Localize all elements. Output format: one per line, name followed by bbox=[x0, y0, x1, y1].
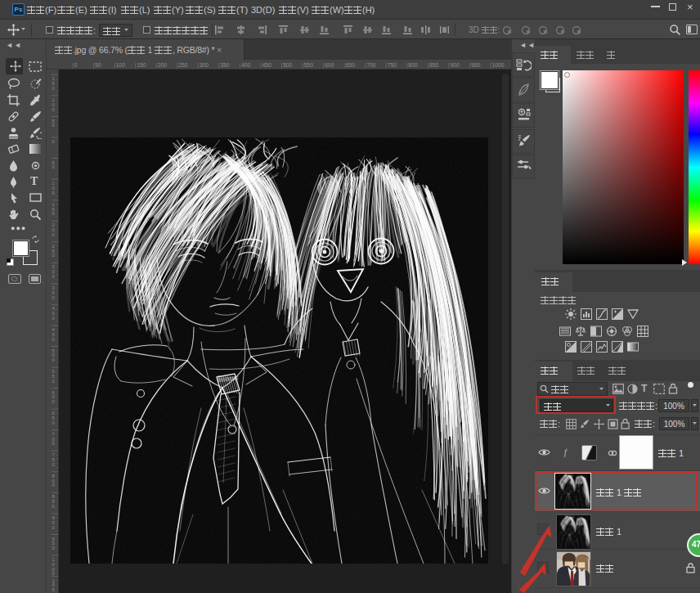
svg-text:700: 700 bbox=[366, 62, 376, 68]
svg-text:0: 0 bbox=[52, 504, 55, 509]
svg-text:0: 0 bbox=[52, 420, 55, 425]
svg-text:0: 0 bbox=[74, 62, 78, 68]
svg-text:850: 850 bbox=[429, 62, 439, 68]
svg-text:0: 0 bbox=[52, 86, 55, 91]
svg-text:0: 0 bbox=[52, 483, 55, 487]
svg-text:0: 0 bbox=[52, 253, 55, 258]
svg-text:0: 0 bbox=[52, 211, 55, 216]
svg-text:0: 0 bbox=[52, 462, 55, 467]
svg-text:0: 0 bbox=[52, 337, 55, 342]
svg-text:1000: 1000 bbox=[492, 62, 505, 68]
svg-text:750: 750 bbox=[388, 62, 397, 68]
svg-text:950: 950 bbox=[471, 62, 481, 68]
svg-text:250: 250 bbox=[178, 62, 188, 68]
svg-text:0: 0 bbox=[52, 191, 55, 195]
svg-text:150: 150 bbox=[137, 62, 146, 68]
svg-text:0: 0 bbox=[52, 274, 55, 279]
svg-text:0: 0 bbox=[52, 571, 55, 576]
svg-text:0: 0 bbox=[52, 546, 55, 550]
svg-text:800: 800 bbox=[408, 62, 418, 68]
svg-text:200: 200 bbox=[158, 62, 168, 68]
svg-text:100: 100 bbox=[116, 62, 126, 68]
svg-text:450: 450 bbox=[262, 62, 272, 68]
svg-text:300: 300 bbox=[200, 62, 209, 68]
svg-text:900: 900 bbox=[450, 62, 460, 68]
svg-text:500: 500 bbox=[283, 62, 293, 68]
svg-text:0: 0 bbox=[52, 399, 55, 404]
svg-text:550: 550 bbox=[304, 62, 314, 68]
svg-text:0: 0 bbox=[52, 525, 55, 530]
svg-text:0: 0 bbox=[52, 164, 55, 169]
svg-text:0: 0 bbox=[52, 123, 55, 128]
svg-text:0: 0 bbox=[52, 295, 55, 300]
svg-text:0: 0 bbox=[52, 379, 55, 384]
svg-text:650: 650 bbox=[346, 62, 356, 68]
svg-text:600: 600 bbox=[325, 62, 334, 68]
svg-text:0: 0 bbox=[52, 232, 55, 237]
svg-text:0: 0 bbox=[52, 107, 55, 112]
svg-text:0: 0 bbox=[52, 441, 55, 446]
svg-text:0: 0 bbox=[52, 139, 55, 144]
svg-text:0: 0 bbox=[52, 357, 55, 362]
svg-text:350: 350 bbox=[220, 62, 230, 68]
svg-text:50: 50 bbox=[95, 62, 101, 68]
svg-text:400: 400 bbox=[241, 62, 251, 68]
svg-text:0: 0 bbox=[52, 316, 55, 321]
